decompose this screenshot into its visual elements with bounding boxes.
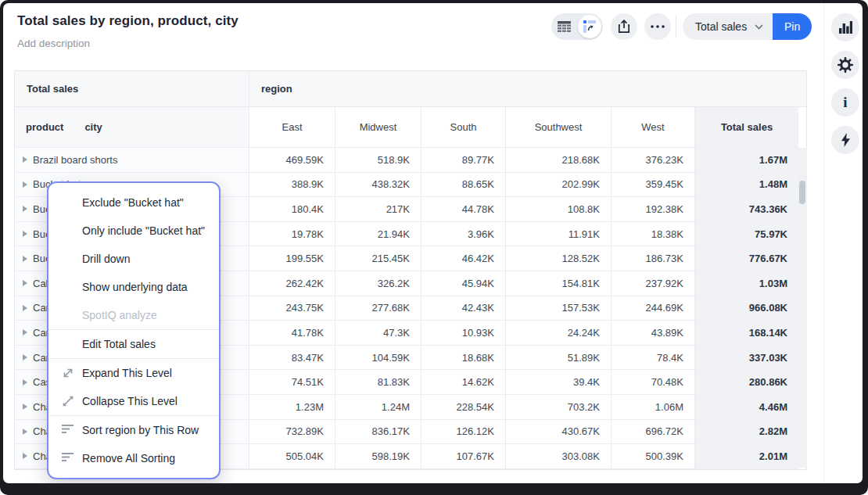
column-header-total-sales[interactable]: Total sales [695, 107, 798, 148]
expand-arrow-icon[interactable] [23, 379, 27, 386]
expand-arrow-icon[interactable] [23, 354, 27, 360]
cell-value[interactable]: 75.97K [695, 222, 798, 247]
pin-button[interactable]: Pin [773, 13, 812, 40]
expand-arrow-icon[interactable] [23, 231, 27, 237]
cell-value[interactable]: 192.38K [612, 197, 695, 222]
expand-arrow-icon[interactable] [23, 429, 27, 435]
cell-value[interactable]: 518.9K [335, 148, 421, 173]
expand-arrow-icon[interactable] [23, 156, 27, 163]
cell-value[interactable]: 43.89K [612, 321, 695, 346]
pivot-view-icon[interactable] [578, 15, 601, 38]
cell-value[interactable]: 277.68K [335, 296, 421, 321]
cell-value[interactable]: 1.06M [612, 395, 695, 420]
cell-value[interactable]: 237.92K [612, 271, 695, 296]
cell-value[interactable]: 215.45K [335, 246, 421, 271]
cell-value[interactable]: 154.81K [506, 271, 612, 296]
cell-value[interactable]: 126.12K [421, 420, 506, 445]
cell-value[interactable]: 703.2K [506, 395, 612, 420]
menu-item-only-include-bucket-hat[interactable]: Only include "Bucket hat" [48, 217, 219, 245]
cell-value[interactable]: 81.83K [335, 370, 421, 395]
cell-value[interactable]: 104.59K [335, 346, 421, 371]
cell-value[interactable]: 19.78K [249, 222, 335, 247]
cell-value[interactable]: 83.47K [249, 346, 335, 371]
cell-value[interactable]: 836.17K [335, 420, 421, 445]
cell-value[interactable]: 696.72K [612, 420, 695, 445]
cell-value[interactable]: 11.91K [506, 222, 612, 247]
cell-value[interactable]: 168.14K [695, 321, 798, 346]
scrollbar-thumb[interactable] [799, 181, 805, 204]
menu-item-edit-total-sales[interactable]: Edit Total sales [48, 330, 219, 358]
column-header-south[interactable]: South [421, 107, 506, 148]
cell-value[interactable]: 47.3K [335, 321, 421, 346]
cell-value[interactable]: 51.89K [506, 346, 612, 371]
cell-value[interactable]: 180.4K [249, 197, 335, 222]
cell-value[interactable]: 39.4K [506, 370, 612, 395]
cell-value[interactable]: 388.9K [249, 173, 335, 198]
cell-value[interactable]: 10.93K [421, 321, 506, 346]
measure-dropdown[interactable]: Total sales [683, 13, 773, 40]
cell-value[interactable]: 70.48K [612, 370, 695, 395]
cell-value[interactable]: 500.39K [612, 444, 695, 469]
more-icon[interactable] [644, 13, 671, 40]
cell-value[interactable]: 776.67K [695, 246, 798, 271]
flash-icon[interactable] [831, 126, 859, 154]
cell-value[interactable]: 199.55K [249, 246, 335, 271]
cell-value[interactable]: 14.62K [421, 370, 506, 395]
cell-value[interactable]: 4.46M [695, 395, 798, 420]
row-dim-product[interactable]: product [26, 121, 63, 133]
cell-value[interactable]: 3.96K [421, 222, 506, 247]
column-header-east[interactable]: East [249, 107, 335, 148]
cell-value[interactable]: 732.89K [249, 420, 335, 445]
cell-value[interactable]: 217K [335, 197, 421, 222]
cell-value[interactable]: 469.59K [249, 148, 335, 173]
cell-value[interactable]: 598.19K [335, 444, 421, 469]
cell-value[interactable]: 41.78K [249, 321, 335, 346]
cell-value[interactable]: 505.04K [249, 444, 335, 469]
cell-value[interactable]: 438.32K [335, 173, 421, 198]
cell-value[interactable]: 243.75K [249, 296, 335, 321]
menu-item-show-underlying-data[interactable]: Show underlying data [48, 273, 219, 301]
expand-arrow-icon[interactable] [23, 181, 27, 188]
cell-value[interactable]: 186.73K [612, 246, 695, 271]
expand-arrow-icon[interactable] [23, 453, 27, 459]
chart-icon[interactable] [831, 13, 859, 41]
cell-value[interactable]: 18.38K [612, 222, 695, 247]
cell-value[interactable]: 228.54K [421, 395, 506, 420]
expand-arrow-icon[interactable] [23, 404, 27, 410]
cell-value[interactable]: 89.77K [421, 148, 506, 173]
column-header-southwest[interactable]: Southwest [506, 107, 612, 148]
cell-value[interactable]: 107.67K [421, 444, 506, 469]
menu-item-remove-all-sorting[interactable]: Remove All Sorting [48, 444, 219, 472]
cell-value[interactable]: 218.68K [506, 148, 612, 173]
row-dim-city[interactable]: city [84, 121, 102, 133]
share-icon[interactable] [611, 13, 637, 40]
cell-value[interactable]: 244.69K [612, 296, 695, 321]
description-placeholder[interactable]: Add description [17, 38, 90, 49]
cell-value[interactable]: 262.42K [249, 271, 335, 296]
cell-value[interactable]: 430.67K [506, 420, 612, 445]
cell-value[interactable]: 326.2K [335, 271, 421, 296]
cell-value[interactable]: 280.86K [695, 370, 798, 395]
cell-value[interactable]: 337.03K [695, 346, 798, 371]
cell-value[interactable]: 46.42K [421, 246, 506, 271]
cell-value[interactable]: 18.68K [421, 346, 506, 371]
cell-value[interactable]: 157.53K [506, 296, 612, 321]
cell-value[interactable]: 303.08K [506, 444, 612, 469]
cell-value[interactable]: 359.45K [612, 173, 695, 198]
cell-value[interactable]: 24.24K [506, 321, 612, 346]
column-header-west[interactable]: West [612, 107, 695, 148]
cell-value[interactable]: 1.48M [695, 173, 798, 198]
cell-value[interactable]: 1.24M [335, 395, 421, 420]
vertical-scrollbar[interactable] [798, 148, 807, 468]
row-label-brazil-board-shorts-0[interactable]: Brazil board shorts [15, 148, 249, 173]
cell-value[interactable]: 743.36K [695, 197, 798, 222]
menu-item-drill-down[interactable]: Drill down [48, 245, 219, 273]
cell-value[interactable]: 1.03M [695, 271, 798, 296]
cell-value[interactable]: 88.65K [421, 173, 506, 198]
cell-value[interactable]: 202.99K [506, 173, 612, 198]
cell-value[interactable]: 45.94K [421, 271, 506, 296]
cell-value[interactable]: 1.67M [695, 148, 798, 173]
cell-value[interactable]: 42.43K [421, 296, 506, 321]
info-icon[interactable]: i [831, 88, 859, 117]
expand-arrow-icon[interactable] [23, 329, 27, 335]
